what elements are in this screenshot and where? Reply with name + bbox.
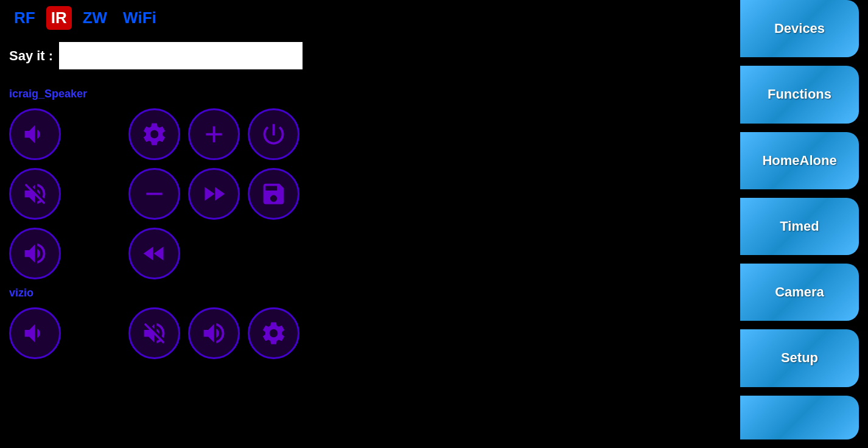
sidebar-btn-setup[interactable]: Setup bbox=[740, 329, 859, 387]
sidebar-btn-timed[interactable]: Timed bbox=[740, 198, 859, 255]
forward-button-1[interactable] bbox=[188, 168, 240, 220]
sidebar-btn-homealone[interactable]: HomeAlone bbox=[740, 132, 859, 189]
gear-button-2[interactable] bbox=[248, 307, 299, 359]
minus-button-1[interactable] bbox=[128, 168, 180, 220]
sidebar-btn-functions[interactable]: Functions bbox=[740, 66, 859, 123]
sidebar-btn-extra[interactable] bbox=[740, 396, 859, 440]
tab-zw[interactable]: ZW bbox=[78, 6, 112, 30]
gap-5 bbox=[248, 228, 299, 279]
say-it-label: Say it : bbox=[9, 48, 53, 64]
device-section-vizio: vizio bbox=[9, 287, 731, 448]
volume-up-button-2[interactable] bbox=[188, 307, 240, 359]
power-button-1[interactable] bbox=[248, 108, 299, 160]
say-it-input[interactable] bbox=[59, 42, 303, 69]
sidebar-btn-camera[interactable]: Camera bbox=[740, 264, 859, 321]
mute-button-1[interactable] bbox=[9, 168, 61, 220]
tab-wifi[interactable]: WiFi bbox=[118, 6, 161, 30]
device-section-icraig: icraig_Speaker bbox=[9, 88, 731, 281]
gear-button-1[interactable] bbox=[128, 108, 180, 160]
gap-2 bbox=[69, 168, 121, 220]
volume-up-button-1[interactable] bbox=[9, 228, 61, 279]
main-content: RF IR ZW WiFi Say it : icraig_Speaker bbox=[0, 0, 740, 448]
tab-rf[interactable]: RF bbox=[9, 6, 40, 30]
say-it-row: Say it : bbox=[9, 42, 731, 69]
volume-down-button-1[interactable] bbox=[9, 108, 61, 160]
device-label-icraig: icraig_Speaker bbox=[9, 88, 731, 100]
plus-button-1[interactable] bbox=[188, 108, 240, 160]
save-button-1[interactable] bbox=[248, 168, 299, 220]
gap-4 bbox=[188, 228, 240, 279]
sidebar-btn-devices[interactable]: Devices bbox=[740, 0, 859, 57]
sidebar: Devices Functions HomeAlone Timed Camera… bbox=[740, 0, 868, 448]
mute-button-2[interactable] bbox=[128, 307, 180, 359]
tab-ir[interactable]: IR bbox=[46, 6, 72, 30]
button-grid-icraig bbox=[9, 107, 731, 281]
gap-3 bbox=[69, 228, 121, 279]
gap-6 bbox=[69, 307, 121, 359]
button-grid-vizio bbox=[9, 306, 731, 448]
gap-1 bbox=[69, 108, 121, 160]
tab-bar: RF IR ZW WiFi bbox=[9, 6, 731, 30]
device-label-vizio: vizio bbox=[9, 287, 731, 299]
rewind-button-1[interactable] bbox=[128, 228, 180, 279]
volume-down-button-2[interactable] bbox=[9, 307, 61, 359]
